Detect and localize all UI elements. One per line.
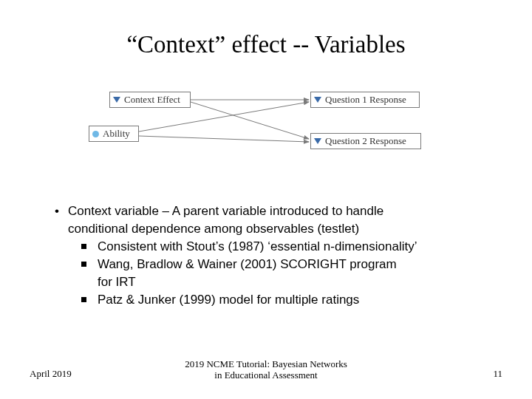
bullet-text: Context variable – A parent variable int… — [68, 204, 383, 218]
bullet-text: conditional dependence among observables… — [68, 222, 359, 236]
dot-icon — [92, 131, 99, 137]
bullet-level-2-cont: for IRT — [52, 274, 495, 290]
node-label: Ability — [103, 128, 130, 140]
slide: “Context” effect -- Variables Context Ef… — [0, 0, 532, 399]
bullet-block: Context variable – A parent variable int… — [52, 203, 495, 310]
triangle-icon — [314, 97, 321, 103]
bayes-net-diagram: Context Effect Ability Question 1 Respon… — [89, 89, 451, 170]
edge-context-q2 — [191, 102, 309, 139]
bullet-text: Consistent with Stout’s (1987) ‘essentia… — [98, 239, 417, 253]
footer-center-line2: in Educational Assessment — [214, 369, 317, 381]
bullet-level-2: Patz & Junker (1999) model for multiple … — [52, 292, 495, 308]
triangle-icon — [113, 97, 120, 103]
triangle-icon — [314, 138, 321, 144]
edge-ability-q2 — [139, 136, 309, 142]
bullet-text: Patz & Junker (1999) model for multiple … — [98, 293, 359, 307]
footer-center: 2019 NCME Tutorial: Bayesian Networks in… — [0, 358, 532, 381]
bullet-level-2: Wang, Bradlow & Wainer (2001) SCORIGHT p… — [52, 256, 495, 273]
bullet-level-1: Context variable – A parent variable int… — [52, 203, 495, 219]
node-question-1-response: Question 1 Response — [310, 92, 420, 108]
node-label: Question 1 Response — [325, 94, 406, 106]
footer-center-line1: 2019 NCME Tutorial: Bayesian Networks — [185, 358, 347, 369]
node-label: Question 2 Response — [325, 135, 406, 147]
bullet-text: Wang, Bradlow & Wainer (2001) SCORIGHT p… — [98, 257, 397, 271]
bullet-level-1-cont: conditional dependence among observables… — [52, 221, 495, 237]
node-ability: Ability — [89, 126, 139, 142]
node-label: Context Effect — [124, 94, 180, 106]
slide-title: “Context” effect -- Variables — [0, 31, 532, 58]
node-context-effect: Context Effect — [109, 92, 191, 108]
node-question-2-response: Question 2 Response — [310, 133, 421, 149]
bullet-text: for IRT — [98, 275, 136, 289]
footer-page-number: 11 — [493, 368, 502, 380]
bullet-level-2: Consistent with Stout’s (1987) ‘essentia… — [52, 239, 495, 255]
